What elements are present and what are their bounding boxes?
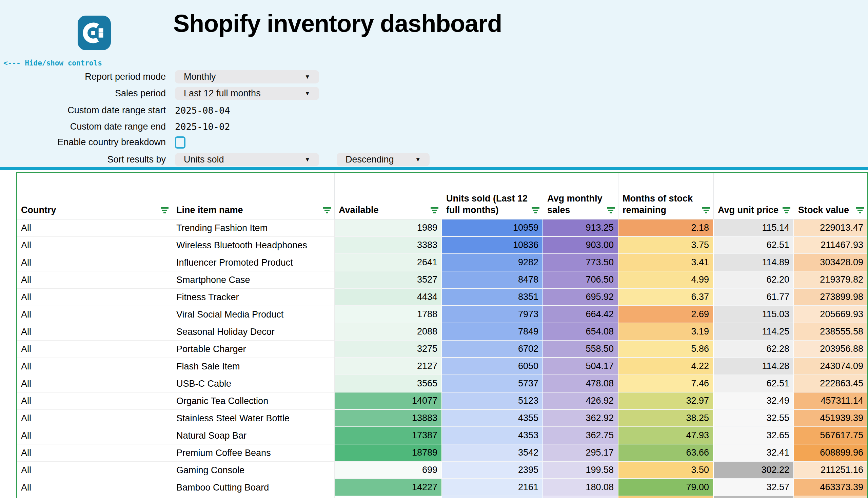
cell-line_item_name[interactable]: Trending Fashion Item [172,220,335,237]
cell-line_item_name[interactable]: Smartphone Case [172,271,335,289]
cell-stock_value[interactable]: 451939.39 [794,410,867,427]
filter-icon[interactable] [161,207,169,213]
cell-available[interactable]: 2127 [335,358,442,375]
cell-stock_value[interactable]: 457311.14 [794,393,867,410]
cell-avg_unit_price[interactable]: 302.22 [714,462,794,479]
cell-months_of_stock[interactable]: 5.86 [618,341,714,358]
cell-avg_monthly_sales[interactable]: 913.25 [543,220,618,237]
cell-avg_monthly_sales[interactable]: 773.50 [543,254,618,271]
cell-country[interactable]: All [17,289,172,306]
cell-months_of_stock[interactable]: 6.37 [618,289,714,306]
cell-country[interactable]: All [17,375,172,393]
cell-stock_value[interactable]: 205669.93 [794,306,867,323]
cell-avg_unit_price[interactable] [714,496,794,498]
cell-avg_unit_price[interactable]: 114.28 [714,358,794,375]
cell-available[interactable]: 1788 [335,306,442,323]
cell-months_of_stock[interactable]: 3.50 [618,462,714,479]
cell-units_sold[interactable]: 3542 [442,444,543,462]
cell-avg_monthly_sales[interactable]: 695.92 [543,289,618,306]
cell-country[interactable]: All [17,254,172,271]
cell-avg_monthly_sales[interactable]: 199.58 [543,462,618,479]
cell-line_item_name[interactable]: Wireless Bluetooth Headphones [172,237,335,254]
cell-country[interactable]: All [17,462,172,479]
cell-stock_value[interactable]: 219379.82 [794,271,867,289]
cell-stock_value[interactable]: 211251.16 [794,462,867,479]
cell-units_sold[interactable]: 2395 [442,462,543,479]
cell-avg_monthly_sales[interactable]: 426.92 [543,393,618,410]
cell-months_of_stock[interactable]: 3.19 [618,323,714,341]
cell-months_of_stock[interactable]: 2.18 [618,220,714,237]
filter-icon[interactable] [323,207,331,213]
cell-available[interactable]: 3383 [335,237,442,254]
cell-stock_value[interactable]: 222863.45 [794,375,867,393]
cell-line_item_name[interactable]: Flash Sale Item [172,358,335,375]
cell-available[interactable]: 3527 [335,271,442,289]
cell-available[interactable]: 14227 [335,479,442,496]
cell-available[interactable]: 2641 [335,254,442,271]
cell-stock_value[interactable]: 303428.09 [794,254,867,271]
cell-avg_unit_price[interactable]: 62.28 [714,341,794,358]
cell-avg_unit_price[interactable]: 114.25 [714,323,794,341]
report-period-mode-select[interactable]: Monthly [175,70,319,83]
cell-avg_unit_price[interactable]: 32.49 [714,393,794,410]
cell-country[interactable]: All [17,220,172,237]
cell-country[interactable]: All [17,306,172,323]
cell-stock_value[interactable]: 463373.39 [794,479,867,496]
cell-country[interactable]: All [17,393,172,410]
cell-units_sold[interactable]: 6050 [442,358,543,375]
custom-date-range-end-value[interactable]: 2025-10-02 [175,121,230,132]
cell-units_sold[interactable]: 7849 [442,323,543,341]
cell-avg_unit_price[interactable]: 32.65 [714,427,794,444]
country-breakdown-checkbox[interactable] [175,136,186,148]
cell-months_of_stock[interactable]: 32.97 [618,393,714,410]
cell-country[interactable]: All [17,323,172,341]
cell-avg_monthly_sales[interactable]: 558.50 [543,341,618,358]
cell-stock_value[interactable]: 608899.96 [794,444,867,462]
filter-icon[interactable] [856,207,864,213]
cell-months_of_stock[interactable] [618,496,714,498]
cell-avg_unit_price[interactable]: 115.14 [714,220,794,237]
cell-units_sold[interactable]: 4355 [442,410,543,427]
cell-months_of_stock[interactable]: 2.69 [618,306,714,323]
sort-direction-select[interactable]: Descending [337,153,430,166]
cell-units_sold[interactable]: 8478 [442,271,543,289]
cell-units_sold[interactable] [442,496,543,498]
cell-avg_monthly_sales[interactable]: 706.50 [543,271,618,289]
cell-units_sold[interactable]: 10836 [442,237,543,254]
cell-units_sold[interactable]: 8351 [442,289,543,306]
cell-avg_unit_price[interactable]: 32.55 [714,410,794,427]
cell-line_item_name[interactable]: Natural Soap Bar [172,427,335,444]
cell-avg_unit_price[interactable]: 115.03 [714,306,794,323]
cell-avg_monthly_sales[interactable]: 295.17 [543,444,618,462]
cell-units_sold[interactable]: 6702 [442,341,543,358]
cell-avg_unit_price[interactable]: 32.57 [714,479,794,496]
cell-country[interactable]: All [17,271,172,289]
filter-icon[interactable] [702,207,710,213]
cell-avg_monthly_sales[interactable]: 664.42 [543,306,618,323]
sales-period-select[interactable]: Last 12 full months [175,87,319,100]
cell-units_sold[interactable]: 4353 [442,427,543,444]
cell-avg_unit_price[interactable]: 62.51 [714,375,794,393]
cell-months_of_stock[interactable]: 79.00 [618,479,714,496]
cell-avg_monthly_sales[interactable]: 362.92 [543,410,618,427]
cell-months_of_stock[interactable]: 47.93 [618,427,714,444]
cell-stock_value[interactable]: 211467.93 [794,237,867,254]
cell-avg_unit_price[interactable]: 32.41 [714,444,794,462]
cell-available[interactable] [335,496,442,498]
filter-icon[interactable] [532,207,539,213]
cell-available[interactable]: 2088 [335,323,442,341]
cell-line_item_name[interactable]: Portable Charger [172,341,335,358]
cell-avg_monthly_sales[interactable]: 903.00 [543,237,618,254]
cell-avg_unit_price[interactable]: 62.20 [714,271,794,289]
cell-available[interactable]: 3275 [335,341,442,358]
cell-months_of_stock[interactable]: 4.22 [618,358,714,375]
cell-avg_unit_price[interactable]: 62.51 [714,237,794,254]
cell-available[interactable]: 13883 [335,410,442,427]
cell-line_item_name[interactable]: Stainless Steel Water Bottle [172,410,335,427]
cell-country[interactable]: All [17,237,172,254]
cell-months_of_stock[interactable]: 7.46 [618,375,714,393]
cell-months_of_stock[interactable]: 38.25 [618,410,714,427]
cell-avg_unit_price[interactable]: 114.89 [714,254,794,271]
cell-avg_monthly_sales[interactable]: 180.08 [543,479,618,496]
sort-field-select[interactable]: Units sold [175,153,319,166]
